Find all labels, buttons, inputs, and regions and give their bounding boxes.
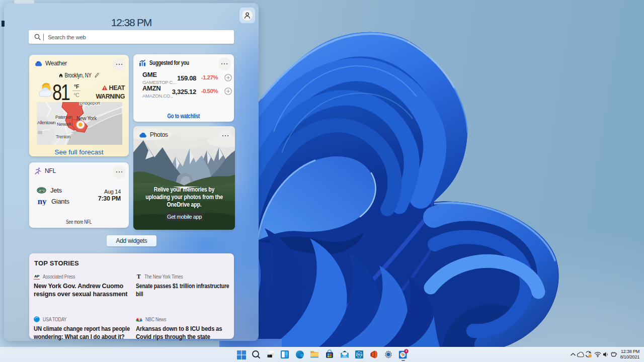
svg-text:Bridgeport: Bridgeport xyxy=(79,102,100,106)
svg-text:AP: AP xyxy=(34,274,40,279)
svg-text:DELL: DELL xyxy=(357,353,362,356)
svg-text:Paterson: Paterson xyxy=(55,115,72,120)
svg-text:T: T xyxy=(137,274,141,280)
svg-text:Allentown: Allentown xyxy=(37,120,56,125)
svg-text:JETS: JETS xyxy=(39,190,45,192)
svg-text:Newark: Newark xyxy=(57,122,72,127)
svg-text:ny: ny xyxy=(38,197,47,206)
svg-text:New York: New York xyxy=(76,116,97,121)
svg-text:Trenton: Trenton xyxy=(56,134,70,139)
